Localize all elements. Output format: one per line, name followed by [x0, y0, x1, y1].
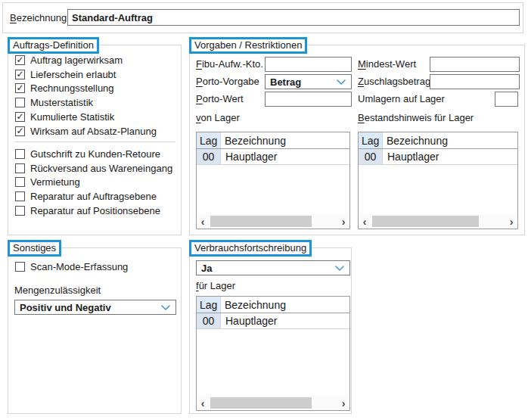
checkbox-label: Lieferschein erlaubt: [30, 69, 116, 80]
column-header-lag[interactable]: Lag: [197, 297, 221, 313]
chevron-down-icon: [161, 305, 170, 311]
scroll-left-icon[interactable]: ‹: [197, 214, 209, 229]
zuschlagsbetrag-label: Zuschlagsbetrag: [358, 74, 430, 89]
column-header-bezeichnung[interactable]: Bezeichnung: [221, 132, 286, 148]
divider: [14, 142, 175, 142]
checkbox[interactable]: [15, 163, 25, 173]
fuer-lager-label: für Lager: [196, 280, 235, 292]
checkbox-row-scan-mode-erfassung[interactable]: Scan-Mode-Erfassung: [15, 260, 128, 273]
scrollbar-thumb[interactable]: [210, 216, 312, 227]
horizontal-scrollbar[interactable]: ‹ ›: [197, 396, 349, 410]
porto-wert-input[interactable]: [265, 92, 352, 107]
checkbox-row-musterstatistik[interactable]: Musterstatistik: [15, 95, 93, 109]
porto-vorgabe-select[interactable]: Betrag: [265, 74, 352, 89]
fuer-lager-table[interactable]: Lag Bezeichnung 00 Hauptlager ‹ ›: [196, 296, 350, 411]
scroll-left-icon[interactable]: ‹: [197, 396, 209, 410]
table-empty-area: [197, 165, 349, 214]
scroll-right-icon[interactable]: ›: [337, 214, 349, 229]
cell-lag: 00: [359, 149, 383, 164]
chevron-down-icon: [335, 266, 344, 272]
porto-vorgabe-value: Betrag: [270, 76, 301, 88]
umlagern-auf-lager-input[interactable]: [495, 92, 518, 107]
mengenzulaessigkeit-value: Positiv und Negativ: [20, 302, 111, 313]
checkbox-row-gutschrift-kunden-retoure[interactable]: Gutschrift zu Kunden-Retoure: [15, 147, 160, 160]
table-empty-area: [197, 329, 349, 396]
scroll-left-icon[interactable]: ‹: [359, 214, 371, 229]
cell-lag: 00: [197, 149, 221, 164]
bezeichnung-panel: Bezeichnung: [2, 2, 523, 33]
checkbox[interactable]: [15, 70, 25, 79]
checkbox-label: Wirksam auf Absatz-Planung: [30, 126, 157, 137]
fibu-aufw-kto-input[interactable]: [265, 57, 352, 72]
checkbox-row-wirksam-absatz-planung[interactable]: Wirksam auf Absatz-Planung: [15, 124, 157, 138]
checkbox-label: Vermietung: [30, 176, 80, 188]
cell-lag: 00: [197, 313, 221, 328]
table-row[interactable]: 00 Hauptlager: [359, 149, 517, 165]
checkbox-row-lieferschein-erlaubt[interactable]: Lieferschein erlaubt: [15, 67, 116, 81]
checkbox[interactable]: [15, 126, 25, 136]
group-verbrauchsfortschreibung: Verbrauchsfortschreibung Ja für Lager La…: [189, 247, 352, 414]
checkbox[interactable]: [15, 177, 25, 187]
table-header-row: Lag Bezeichnung: [197, 132, 349, 149]
scrollbar-thumb[interactable]: [372, 216, 479, 227]
mengenzulaessigkeit-select[interactable]: Positiv und Negativ: [14, 300, 176, 315]
group-auftrags-definition: Auftrags-Definition Auftrag lagerwirksam…: [8, 45, 182, 235]
table-header-row: Lag Bezeichnung: [359, 132, 517, 149]
bestandshinweis-table[interactable]: Lag Bezeichnung 00 Hauptlager ‹ ›: [358, 132, 518, 229]
checkbox-row-auftrag-lagerwirksam[interactable]: Auftrag lagerwirksam: [15, 53, 123, 67]
checkbox-row-vermietung[interactable]: Vermietung: [15, 175, 80, 188]
column-header-bezeichnung[interactable]: Bezeichnung: [383, 132, 448, 148]
checkbox-label: Scan-Mode-Erfassung: [30, 261, 128, 272]
horizontal-scrollbar[interactable]: ‹ ›: [197, 214, 349, 229]
checkbox-row-reparatur-positionsebene[interactable]: Reparatur auf Positionsebene: [15, 204, 160, 217]
checkbox-label: Auftrag lagerwirksam: [30, 54, 123, 66]
von-lager-table[interactable]: Lag Bezeichnung 00 Hauptlager ‹ ›: [196, 132, 350, 229]
checkbox-row-rueckversand-wareneingang[interactable]: Rückversand aus Wareneingang: [15, 161, 172, 175]
checkbox[interactable]: [15, 191, 25, 201]
column-header-lag[interactable]: Lag: [197, 132, 221, 148]
mengenzulaessigkeit-label: Mengenzulässigkeit: [14, 285, 101, 297]
checkbox[interactable]: [15, 112, 25, 122]
group-vorgaben-restriktionen: Vorgaben / Restriktionen Fibu-Aufw.-Kto.…: [189, 45, 525, 235]
column-header-bezeichnung[interactable]: Bezeichnung: [221, 297, 286, 313]
cell-bezeichnung: Hauptlager: [221, 313, 278, 328]
scroll-right-icon[interactable]: ›: [505, 214, 517, 229]
verbrauchsfortschreibung-value: Ja: [201, 263, 212, 274]
group-title-sonstiges: Sonstiges: [8, 240, 61, 257]
von-lager-label: von Lager: [196, 112, 240, 124]
checkbox-row-reparatur-auftragsebene[interactable]: Reparatur auf Auftragsebene: [15, 189, 157, 203]
verbrauchsfortschreibung-select[interactable]: Ja: [196, 260, 350, 275]
checkbox[interactable]: [15, 149, 25, 159]
checkbox-label: Reparatur auf Auftragsebene: [30, 191, 157, 202]
mindest-wert-input[interactable]: [430, 57, 520, 72]
checkbox-row-kumulierte-statistik[interactable]: Kumulierte Statistik: [15, 110, 114, 123]
checkbox[interactable]: [15, 206, 25, 216]
checkbox-label: Rechnungsstellung: [30, 82, 114, 94]
checkbox-label: Kumulierte Statistik: [30, 111, 114, 123]
zuschlagsbetrag-input[interactable]: [430, 74, 520, 89]
bezeichnung-input[interactable]: [67, 9, 520, 26]
column-header-lag[interactable]: Lag: [359, 132, 383, 148]
checkbox-label: Rückversand aus Wareneingang: [30, 163, 172, 174]
group-sonstiges: Sonstiges Scan-Mode-Erfassung Mengenzulä…: [8, 247, 182, 414]
horizontal-scrollbar[interactable]: ‹ ›: [359, 214, 517, 229]
porto-wert-label: Porto-Wert: [196, 92, 244, 107]
scroll-right-icon[interactable]: ›: [337, 396, 349, 410]
chevron-down-icon: [337, 79, 346, 86]
table-row[interactable]: 00 Hauptlager: [197, 313, 349, 329]
bestandshinweis-label: Bestandshinweis für Lager: [358, 112, 474, 124]
scrollbar-track[interactable]: [371, 216, 505, 227]
porto-vorgabe-label: Porto-Vorgabe: [196, 74, 259, 89]
checkbox-row-rechnungsstellung[interactable]: Rechnungsstellung: [15, 81, 114, 95]
table-row[interactable]: 00 Hauptlager: [197, 149, 349, 165]
table-empty-area: [359, 165, 517, 214]
scrollbar-track[interactable]: [209, 216, 337, 227]
checkbox[interactable]: [15, 262, 25, 272]
scrollbar-track[interactable]: [209, 397, 337, 409]
checkbox[interactable]: [15, 83, 25, 93]
checkbox-label: Gutschrift zu Kunden-Retoure: [30, 148, 160, 160]
checkbox[interactable]: [15, 98, 25, 107]
checkbox[interactable]: [15, 55, 25, 65]
scrollbar-thumb[interactable]: [210, 397, 312, 409]
checkbox-label: Reparatur auf Positionsebene: [30, 205, 160, 216]
